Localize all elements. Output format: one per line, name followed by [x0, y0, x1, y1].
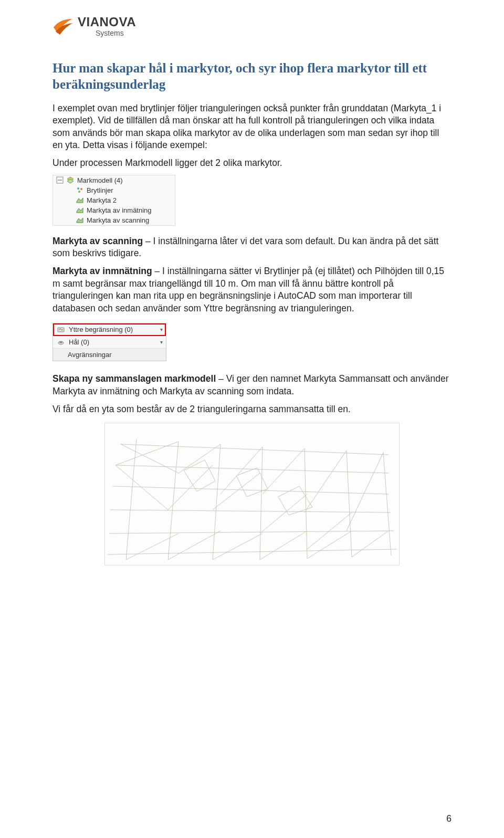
brand-subtitle: Systems [78, 29, 136, 37]
svg-line-23 [121, 444, 178, 473]
avgransningar-row: Avgränsningar [53, 349, 166, 361]
svg-line-22 [383, 453, 391, 556]
svg-line-27 [262, 448, 304, 494]
brand-name: VIANOVA [78, 16, 136, 28]
tree-item-label: Brytlinjer [87, 186, 113, 194]
tree-item: Brytlinjer [53, 185, 175, 195]
boundary-icon [57, 326, 65, 333]
svg-line-16 [126, 439, 136, 560]
svg-line-34 [307, 512, 352, 549]
paragraph-4-lead: Markyta av inmnätning [52, 266, 152, 276]
svg-line-10 [121, 444, 388, 455]
triangulated-surface-illustration [104, 423, 400, 565]
svg-line-40 [352, 531, 388, 557]
paragraph-2: Under processen Markmodell ligger det 2 … [52, 157, 452, 170]
svg-line-20 [304, 448, 307, 559]
tree-item: Markyta av scanning [53, 215, 175, 225]
tree-item-label: Markyta 2 [87, 196, 117, 204]
yttre-begransning-row: Yttre begränsning (0) ▾ [53, 323, 166, 336]
hal-row: Hål (0) ▾ [53, 336, 166, 349]
svg-point-9 [59, 341, 62, 343]
svg-line-37 [213, 533, 262, 560]
page-title: Hur man skapar hål i markytor, och syr i… [52, 60, 452, 93]
svg-line-28 [304, 451, 346, 512]
svg-line-26 [220, 447, 262, 494]
surface-icon [76, 206, 83, 214]
begransning-panel: Yttre begränsning (0) ▾ Hål (0) ▾ Avgrän… [52, 323, 166, 361]
svg-line-19 [260, 447, 262, 560]
hal-label: Hål (0) [69, 338, 89, 346]
svg-line-13 [110, 510, 391, 512]
svg-point-4 [77, 187, 79, 190]
brand-logo: VIANOVA Systems [52, 16, 452, 37]
paragraph-6: Vi får då en yta som består av de 2 tria… [52, 403, 452, 416]
svg-line-29 [346, 453, 383, 531]
svg-line-12 [113, 486, 388, 494]
svg-rect-7 [58, 328, 64, 332]
tree-item-label: Markyta av scanning [87, 216, 149, 224]
markmodell-tree-panel: Markmodell (4) Brytlinjer Markyta 2 Mark… [52, 175, 175, 226]
svg-line-15 [108, 549, 396, 554]
paragraph-5-lead: Skapa ny sammanslagen markmodell [52, 373, 216, 384]
chevron-down-icon: ▾ [160, 327, 163, 332]
paragraph-4: Markyta av inmnätning – I inställningarn… [52, 265, 452, 315]
svg-line-35 [126, 533, 178, 560]
svg-line-38 [260, 531, 307, 560]
avgr-label: Avgränsningar [68, 351, 112, 359]
swoosh-icon [52, 16, 74, 37]
surface-icon [76, 216, 83, 224]
page-number: 6 [446, 813, 452, 824]
paragraph-5: Skapa ny sammanslagen markmodell – Vi ge… [52, 373, 452, 397]
tree-item-label: Markyta av inmätning [87, 206, 152, 214]
paragraph-3: Markyta av scanning – I inställningarna … [52, 235, 452, 260]
svg-line-18 [213, 444, 220, 560]
paragraph-1: I exemplet ovan med brytlinjer följer tr… [52, 102, 452, 152]
layers-icon [67, 176, 74, 184]
tree-root-label: Markmodell (4) [77, 176, 123, 184]
tree-item: Markyta 2 [53, 195, 175, 205]
svg-line-21 [346, 451, 352, 557]
svg-line-36 [168, 531, 220, 560]
paragraph-3-lead: Markyta av scanning [52, 236, 143, 246]
svg-line-25 [178, 444, 220, 473]
minus-box-icon [56, 176, 64, 184]
tree-root-row: Markmodell (4) [53, 175, 175, 185]
svg-line-31 [168, 465, 213, 510]
svg-line-39 [307, 531, 352, 559]
dots-icon [76, 186, 83, 194]
svg-point-5 [80, 188, 82, 190]
chevron-down-icon: ▾ [160, 339, 163, 345]
surface-icon [76, 196, 83, 204]
tree-item: Markyta av inmätning [53, 205, 175, 215]
hole-icon [57, 339, 65, 346]
svg-line-33 [260, 494, 307, 533]
svg-point-6 [78, 191, 80, 193]
svg-line-32 [213, 473, 260, 510]
yttre-label: Yttre begränsning (0) [69, 326, 133, 333]
